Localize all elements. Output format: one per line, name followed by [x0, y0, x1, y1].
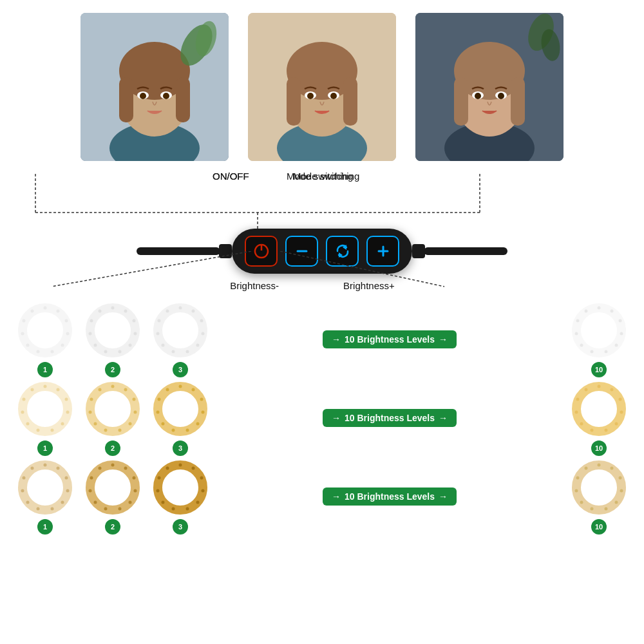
ring-1-2: 2: [84, 301, 142, 377]
svg-point-140: [591, 429, 594, 432]
controller-section: [0, 229, 644, 274]
mode-switch-button[interactable]: [326, 236, 359, 267]
svg-point-177: [162, 501, 165, 504]
svg-point-89: [620, 332, 623, 336]
svg-point-98: [44, 385, 47, 388]
svg-point-84: [166, 310, 169, 313]
svg-point-167: [90, 477, 93, 480]
svg-point-133: [576, 386, 621, 431]
brightness-badge-1: → 10 Brightness Levels →: [323, 330, 457, 348]
svg-point-129: [162, 422, 165, 426]
svg-point-190: [575, 489, 578, 493]
svg-point-83: [158, 319, 161, 323]
ring-group-2: 1: [16, 380, 209, 456]
svg-point-172: [200, 477, 204, 480]
ring-2-1: 1: [16, 380, 74, 456]
svg-point-121: [158, 386, 203, 431]
badge-text-2: 10 Brightness Levels: [345, 413, 435, 423]
svg-point-156: [31, 467, 34, 470]
svg-point-153: [26, 501, 30, 504]
svg-point-185: [620, 489, 623, 493]
svg-point-103: [51, 429, 54, 432]
svg-point-192: [585, 467, 588, 470]
svg-point-139: [605, 429, 608, 432]
svg-point-62: [111, 307, 115, 310]
ring-number-2-3: 3: [173, 440, 188, 456]
ring-number-end-2: 10: [591, 440, 607, 456]
svg-point-33: [475, 93, 481, 99]
svg-point-22: [307, 93, 314, 99]
svg-point-34: [498, 93, 504, 99]
ring-group-1: 1: [16, 301, 209, 377]
svg-point-78: [196, 344, 200, 347]
svg-point-76: [200, 319, 204, 323]
svg-point-174: [196, 501, 200, 504]
svg-point-100: [65, 398, 68, 401]
badge-arrow-right-3: →: [439, 491, 448, 502]
svg-point-135: [611, 388, 614, 392]
svg-point-183: [611, 467, 614, 470]
power-button[interactable]: [245, 236, 278, 267]
svg-point-162: [129, 501, 132, 504]
ring-end-3: 10: [570, 459, 628, 535]
cable-connector-right: [412, 244, 425, 258]
svg-point-71: [90, 319, 93, 323]
ring-number-end-1: 10: [591, 362, 607, 377]
svg-point-111: [124, 388, 128, 392]
ring-2-2: 2: [84, 380, 142, 456]
ring-number-1-3: 3: [173, 362, 188, 377]
svg-point-179: [158, 477, 161, 480]
ring-end-2: 10: [570, 380, 628, 456]
svg-point-57: [26, 344, 30, 347]
ring-1-3: 3: [151, 301, 209, 377]
svg-point-55: [51, 350, 54, 354]
ring-number-2-1: 1: [37, 440, 53, 456]
svg-point-173: [202, 489, 205, 493]
svg-point-10: [163, 93, 169, 99]
ring-number-end-3: 10: [591, 519, 607, 535]
svg-point-171: [192, 467, 195, 470]
svg-point-73: [158, 308, 203, 353]
svg-point-119: [90, 398, 93, 401]
svg-point-93: [580, 344, 583, 347]
svg-point-166: [89, 489, 92, 493]
controller-body: [232, 229, 412, 274]
ring-number-3-1: 1: [37, 519, 53, 535]
svg-point-175: [186, 507, 189, 511]
svg-point-155: [23, 477, 26, 480]
ring-number-1-2: 2: [105, 362, 120, 377]
svg-point-72: [99, 310, 102, 313]
svg-point-66: [129, 344, 132, 347]
svg-point-189: [580, 501, 583, 504]
svg-point-176: [172, 507, 175, 511]
svg-point-117: [94, 422, 97, 426]
svg-point-187: [605, 507, 608, 511]
svg-point-96: [585, 310, 588, 313]
svg-point-115: [118, 429, 122, 432]
brightness-plus-button[interactable]: [366, 236, 399, 267]
svg-point-151: [51, 507, 54, 511]
svg-point-130: [156, 411, 160, 414]
svg-point-50: [44, 307, 47, 310]
svg-rect-29: [454, 77, 468, 126]
svg-point-63: [124, 310, 128, 313]
brightness-badge-2: → 10 Brightness Levels →: [323, 409, 457, 427]
svg-point-161: [134, 489, 137, 493]
svg-point-160: [133, 477, 136, 480]
svg-rect-6: [176, 77, 190, 122]
svg-point-148: [65, 477, 68, 480]
badge-text-1: 10 Brightness Levels: [345, 334, 435, 345]
on-off-label-abs: ON/OFF: [213, 171, 249, 182]
ring-row-2: 1: [10, 380, 634, 456]
badge-arrow-right-2: →: [439, 413, 448, 423]
svg-point-9: [140, 93, 146, 99]
brightness-minus-button[interactable]: [285, 236, 318, 267]
svg-point-86: [598, 307, 601, 310]
badge-arrow-left-2: →: [332, 413, 341, 423]
svg-point-128: [172, 429, 175, 432]
svg-point-94: [575, 332, 578, 336]
svg-point-87: [611, 310, 614, 313]
svg-point-118: [89, 411, 92, 414]
svg-point-184: [619, 477, 622, 480]
svg-rect-19: [343, 77, 357, 126]
